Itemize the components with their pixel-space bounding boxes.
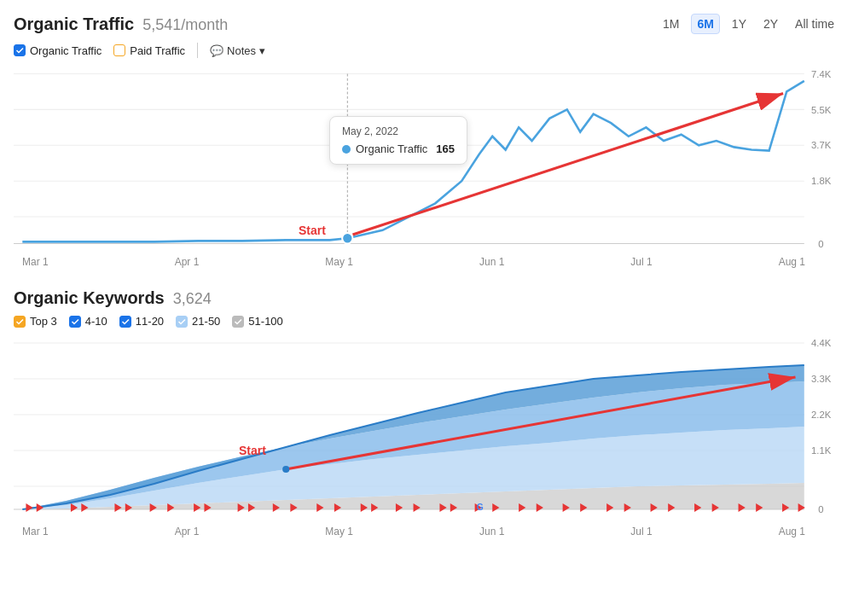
svg-point-32	[282, 466, 289, 473]
legend-paid[interactable]: Paid Traffic	[113, 44, 185, 57]
legend-11-20[interactable]: 11-20	[119, 315, 164, 328]
notes-button[interactable]: 💬 Notes ▾	[210, 44, 265, 57]
svg-text:G: G	[477, 503, 484, 512]
svg-text:1.8K: 1.8K	[811, 176, 832, 186]
svg-text:0: 0	[818, 239, 823, 249]
traffic-header: Organic Traffic 5,541/month 1M 6M 1Y 2Y …	[14, 14, 839, 34]
tooltip-date: May 2, 2022	[342, 125, 455, 137]
traffic-x-axis: Mar 1 Apr 1 May 1 Jun 1 Jul 1 Aug 1	[14, 256, 839, 268]
paid-label: Paid Traffic	[130, 44, 185, 57]
traffic-subtitle: 5,541/month	[142, 16, 228, 34]
chevron-down-icon: ▾	[259, 44, 265, 57]
keywords-title: Organic Keywords	[14, 288, 165, 308]
51-100-label: 51-100	[248, 315, 282, 328]
keywords-chart-svg: 4.4K 3.3K 2.2K 1.1K 0	[14, 334, 839, 522]
organic-checkbox[interactable]	[14, 44, 26, 56]
11-20-checkbox[interactable]	[119, 316, 131, 328]
organic-label: Organic Traffic	[30, 44, 102, 57]
svg-marker-34	[37, 503, 44, 512]
svg-marker-33	[26, 503, 32, 512]
traffic-start-label: Start	[299, 224, 326, 237]
x-label-jun: Jun 1	[479, 256, 504, 268]
filter-1m[interactable]: 1M	[658, 15, 684, 33]
svg-text:2.2K: 2.2K	[811, 410, 832, 420]
filter-2y[interactable]: 2Y	[758, 15, 783, 33]
svg-text:5.5K: 5.5K	[811, 104, 832, 114]
keywords-legend: Top 3 4-10 11-20 21-50 51-100	[14, 315, 839, 328]
keywords-start-label: Start	[239, 444, 266, 457]
svg-point-12	[342, 233, 352, 244]
traffic-legend: Organic Traffic Paid Traffic 💬 Notes ▾	[14, 43, 839, 58]
notes-icon: 💬	[210, 44, 223, 57]
tooltip-value: 165	[436, 142, 455, 155]
svg-text:3.7K: 3.7K	[811, 140, 832, 150]
tooltip-row: Organic Traffic 165	[342, 142, 455, 155]
kw-x-label-jun: Jun 1	[479, 526, 504, 538]
svg-text:3.3K: 3.3K	[811, 374, 832, 384]
organic-keywords-section: Organic Keywords 3,624 Top 3 4-10 11-20	[14, 288, 839, 538]
x-label-may: May 1	[325, 256, 353, 268]
keywords-subtitle: 3,624	[173, 290, 212, 308]
x-label-aug: Aug 1	[779, 256, 805, 268]
paid-checkbox[interactable]	[113, 44, 125, 56]
svg-text:4.4K: 4.4K	[811, 338, 832, 348]
keywords-x-axis: Mar 1 Apr 1 May 1 Jun 1 Jul 1 Aug 1	[14, 526, 839, 538]
kw-x-label-apr: Apr 1	[175, 526, 200, 538]
kw-x-label-jul: Jul 1	[630, 526, 652, 538]
legend-divider	[197, 43, 198, 58]
x-label-mar: Mar 1	[22, 256, 49, 268]
time-filter-group: 1M 6M 1Y 2Y All time	[658, 14, 839, 34]
x-label-apr: Apr 1	[175, 256, 200, 268]
filter-6m[interactable]: 6M	[691, 14, 719, 34]
svg-text:0: 0	[818, 504, 823, 514]
tooltip-dot	[342, 145, 351, 154]
filter-1y[interactable]: 1Y	[727, 15, 751, 33]
notes-label: Notes	[227, 44, 256, 57]
svg-text:1.1K: 1.1K	[811, 445, 832, 456]
keywords-chart-area: 4.4K 3.3K 2.2K 1.1K 0	[14, 334, 839, 522]
kw-x-label-aug: Aug 1	[779, 526, 805, 538]
11-20-label: 11-20	[136, 315, 164, 328]
legend-51-100[interactable]: 51-100	[232, 315, 282, 328]
kw-x-label-mar: Mar 1	[22, 526, 49, 538]
legend-4-10[interactable]: 4-10	[69, 315, 107, 328]
keywords-title-group: Organic Keywords 3,624	[14, 288, 212, 308]
tooltip-label: Organic Traffic	[356, 142, 427, 155]
legend-organic[interactable]: Organic Traffic	[14, 44, 102, 57]
traffic-title: Organic Traffic	[14, 15, 134, 34]
traffic-chart-area: 7.4K 5.5K 3.7K 1.8K 0 May 2, 2	[14, 65, 839, 253]
4-10-label: 4-10	[85, 315, 107, 328]
x-label-jul: Jul 1	[630, 256, 652, 268]
21-50-checkbox[interactable]	[176, 316, 188, 328]
filter-alltime[interactable]: All time	[790, 15, 839, 33]
keywords-header: Organic Keywords 3,624	[14, 288, 839, 308]
legend-top3[interactable]: Top 3	[14, 315, 57, 328]
traffic-title-group: Organic Traffic 5,541/month	[14, 15, 228, 34]
top3-checkbox[interactable]	[14, 316, 26, 328]
organic-traffic-section: Organic Traffic 5,541/month 1M 6M 1Y 2Y …	[14, 14, 839, 268]
svg-text:7.4K: 7.4K	[811, 69, 832, 79]
51-100-checkbox[interactable]	[232, 316, 244, 328]
top3-label: Top 3	[30, 315, 57, 328]
4-10-checkbox[interactable]	[69, 316, 81, 328]
kw-x-label-may: May 1	[325, 526, 353, 538]
traffic-tooltip: May 2, 2022 Organic Traffic 165	[329, 116, 467, 165]
21-50-label: 21-50	[192, 315, 220, 328]
legend-21-50[interactable]: 21-50	[176, 315, 220, 328]
